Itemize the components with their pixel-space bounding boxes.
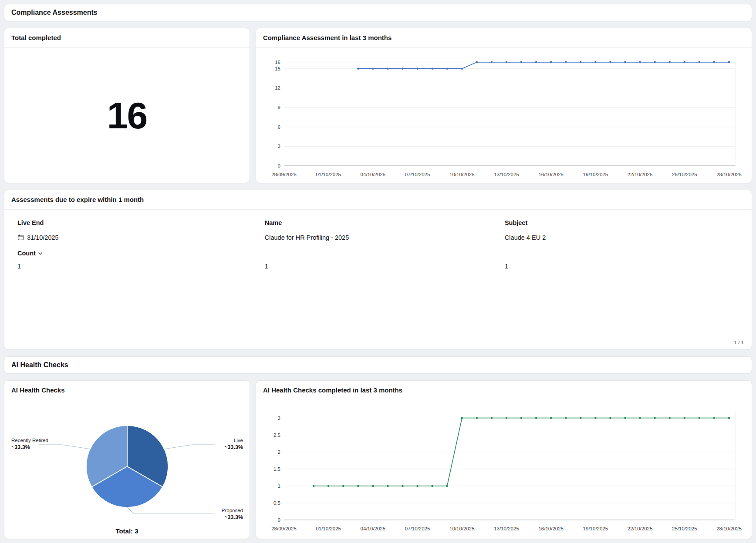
svg-text:25/10/2025: 25/10/2025 xyxy=(672,526,697,531)
svg-text:0: 0 xyxy=(278,517,280,523)
svg-text:2.5: 2.5 xyxy=(273,432,280,438)
svg-text:04/10/2025: 04/10/2025 xyxy=(361,526,386,531)
expiring-assessments-title: Assessments due to expire within 1 month xyxy=(4,190,752,210)
total-completed-card: Total completed 16 xyxy=(4,28,250,183)
svg-text:Recently Retired: Recently Retired xyxy=(11,438,48,443)
svg-text:1.5: 1.5 xyxy=(273,466,280,472)
ai-health-chart-area: 00.511.522.5328/09/202501/10/202504/10/2… xyxy=(256,400,752,539)
svg-text:1: 1 xyxy=(278,483,280,489)
svg-text:~33.3%: ~33.3% xyxy=(11,444,30,450)
svg-text:0.5: 0.5 xyxy=(273,500,280,506)
svg-text:28/10/2025: 28/10/2025 xyxy=(716,172,742,177)
svg-text:01/10/2025: 01/10/2025 xyxy=(316,526,341,531)
live-end-value: 31/10/2025 xyxy=(27,234,59,241)
count-control[interactable]: Count xyxy=(17,250,265,257)
ai-health-line-chart: 00.511.522.5328/09/202501/10/202504/10/2… xyxy=(262,405,746,534)
subject-value: Claude 4 EU 2 xyxy=(505,233,745,242)
col-header-subject: Subject xyxy=(505,215,745,233)
section-header-ai-health: AI Health Checks xyxy=(4,356,752,374)
svg-text:28/09/2025: 28/09/2025 xyxy=(271,172,297,177)
expiring-assessments-card: Assessments due to expire within 1 month… xyxy=(4,190,752,350)
ai-health-pie-title: AI Health Checks xyxy=(4,381,250,400)
expiring-assessments-table: Live End Name Subject 31/10/2025 Claude … xyxy=(4,210,752,349)
compliance-chart-card: Compliance Assessment in last 3 months 0… xyxy=(256,28,752,183)
svg-text:~33.3%: ~33.3% xyxy=(224,514,243,520)
col-header-live-end: Live End xyxy=(17,215,265,233)
table-row[interactable]: 31/10/2025 Claude for HR Profiling - 202… xyxy=(4,233,752,242)
ai-health-pie-card: AI Health Checks Live~33.3%Proposed~33.3… xyxy=(4,380,250,539)
svg-text:10/10/2025: 10/10/2025 xyxy=(449,526,475,531)
name-value: Claude for HR Profiling - 2025 xyxy=(265,233,505,242)
count-value-subject: 1 xyxy=(505,262,745,271)
svg-text:19/10/2025: 19/10/2025 xyxy=(583,172,608,177)
svg-text:0: 0 xyxy=(278,163,280,168)
svg-text:Live: Live xyxy=(233,438,243,443)
svg-text:Proposed: Proposed xyxy=(221,508,243,513)
compliance-cards-row: Total completed 16 Compliance Assessment… xyxy=(4,28,752,183)
chevron-down-icon xyxy=(38,252,43,255)
compliance-line-chart: 036912151628/09/202501/10/202504/10/2025… xyxy=(262,51,746,180)
count-value-live-end: 1 xyxy=(17,262,265,271)
svg-text:3: 3 xyxy=(278,144,280,149)
svg-text:3: 3 xyxy=(278,416,280,421)
live-end-cell: 31/10/2025 xyxy=(17,233,265,242)
dashboard: Compliance Assessments Total completed 1… xyxy=(0,0,756,543)
count-header-row: Count xyxy=(4,250,752,257)
svg-text:01/10/2025: 01/10/2025 xyxy=(316,172,341,177)
svg-text:28/10/2025: 28/10/2025 xyxy=(716,526,742,531)
svg-text:15: 15 xyxy=(275,66,280,71)
svg-text:04/10/2025: 04/10/2025 xyxy=(361,172,386,177)
svg-text:2: 2 xyxy=(278,449,280,455)
compliance-chart-title: Compliance Assessment in last 3 months xyxy=(256,28,752,48)
svg-text:22/10/2025: 22/10/2025 xyxy=(628,172,653,177)
ai-health-pie-area: Live~33.3%Proposed~33.3%Recently Retired… xyxy=(4,400,250,539)
count-values-row: 1 1 1 xyxy=(4,262,752,271)
total-completed-value: 16 xyxy=(4,48,250,183)
svg-text:~33.3%: ~33.3% xyxy=(224,444,243,450)
section-title-ai-health: AI Health Checks xyxy=(11,361,68,369)
col-header-name: Name xyxy=(265,215,505,233)
ai-health-chart-title: AI Health Checks completed in last 3 mon… xyxy=(256,381,752,400)
svg-text:16: 16 xyxy=(275,60,280,65)
svg-text:19/10/2025: 19/10/2025 xyxy=(583,526,608,531)
svg-text:6: 6 xyxy=(278,124,280,130)
svg-text:07/10/2025: 07/10/2025 xyxy=(405,526,430,531)
svg-text:13/10/2025: 13/10/2025 xyxy=(494,172,519,177)
count-value-name: 1 xyxy=(265,262,505,271)
compliance-chart-area: 036912151628/09/202501/10/202504/10/2025… xyxy=(256,48,752,183)
svg-text:28/09/2025: 28/09/2025 xyxy=(271,526,297,531)
total-completed-title: Total completed xyxy=(4,28,250,48)
ai-health-pie-chart: Live~33.3%Proposed~33.3%Recently Retired… xyxy=(5,402,249,527)
svg-text:16/10/2025: 16/10/2025 xyxy=(538,172,564,177)
section-header-compliance: Compliance Assessments xyxy=(4,4,752,21)
calendar-icon xyxy=(17,234,24,241)
svg-text:10/10/2025: 10/10/2025 xyxy=(449,172,475,177)
table-header-row: Live End Name Subject xyxy=(4,215,752,233)
svg-text:13/10/2025: 13/10/2025 xyxy=(494,526,519,531)
pie-total-label: Total: 3 xyxy=(115,527,138,539)
svg-text:16/10/2025: 16/10/2025 xyxy=(538,526,564,531)
svg-text:25/10/2025: 25/10/2025 xyxy=(672,172,697,177)
count-label: Count xyxy=(17,250,36,257)
svg-text:07/10/2025: 07/10/2025 xyxy=(405,172,430,177)
svg-text:12: 12 xyxy=(275,85,280,90)
section-title-compliance: Compliance Assessments xyxy=(11,9,98,16)
svg-text:22/10/2025: 22/10/2025 xyxy=(628,526,653,531)
ai-health-cards-row: AI Health Checks Live~33.3%Proposed~33.3… xyxy=(4,380,752,539)
ai-health-chart-card: AI Health Checks completed in last 3 mon… xyxy=(256,380,752,539)
pagination: 1 / 1 xyxy=(4,340,752,349)
svg-text:9: 9 xyxy=(278,105,280,110)
